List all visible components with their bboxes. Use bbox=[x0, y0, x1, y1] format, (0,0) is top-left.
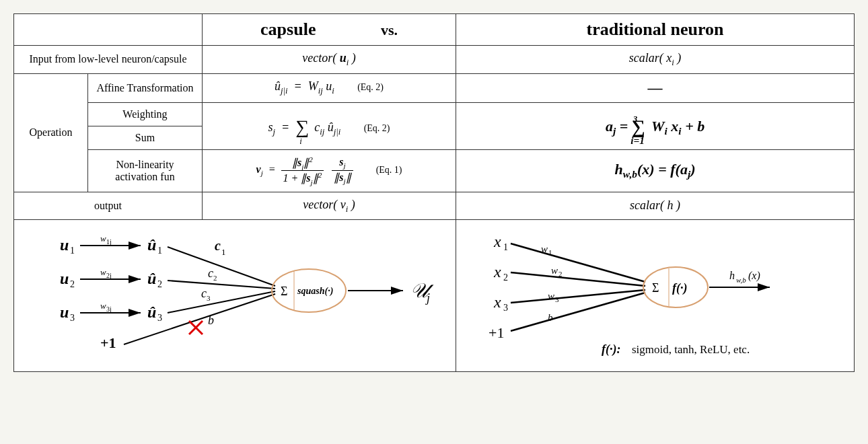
svg-text:x: x bbox=[493, 233, 501, 250]
header-row: capsule vs. traditional neuron bbox=[14, 14, 855, 46]
f-note-prefix: f(·): bbox=[602, 342, 620, 357]
svg-text:w: w bbox=[100, 301, 106, 311]
diagram-row: u1 u2 u3 +1 w1j w2j w3j û1 û2 û3 c1 c2 c… bbox=[14, 220, 855, 372]
red-x-icon bbox=[189, 321, 203, 334]
svg-line-53 bbox=[511, 272, 645, 286]
svg-text:2: 2 bbox=[213, 274, 217, 282]
comparison-table: capsule vs. traditional neuron Input fro… bbox=[13, 13, 855, 372]
svg-text:u: u bbox=[60, 303, 69, 321]
header-capsule: capsule vs. bbox=[203, 14, 456, 46]
header-neuron-text: traditional neuron bbox=[587, 20, 724, 39]
output-row: output vector( vi ) scalar( h ) bbox=[14, 192, 855, 220]
svg-text:1: 1 bbox=[221, 247, 226, 257]
svg-text:j: j bbox=[425, 291, 430, 305]
input-label: Input from low-level neuron/capsule bbox=[14, 46, 203, 74]
svg-text:x: x bbox=[493, 293, 501, 311]
svg-line-54 bbox=[511, 290, 645, 303]
header-blank bbox=[14, 14, 203, 46]
input-row: Input from low-level neuron/capsule vect… bbox=[14, 46, 855, 74]
affine-eqnum: (Eq. 2) bbox=[357, 82, 384, 92]
svg-text:3: 3 bbox=[207, 294, 211, 302]
svg-text:û: û bbox=[147, 270, 156, 287]
svg-text:c: c bbox=[201, 287, 207, 300]
neuron-diagram-cell: x1 x2 x3 +1 w1 w2 w3 b Σ f(·) h w,b ( bbox=[456, 220, 855, 372]
svg-text:w: w bbox=[100, 233, 106, 244]
svg-text:3: 3 bbox=[157, 313, 162, 323]
svg-text:squash(·): squash(·) bbox=[297, 286, 333, 297]
svg-text:Σ: Σ bbox=[281, 285, 287, 298]
svg-line-28 bbox=[168, 281, 275, 289]
nonlin-eqnum: (Eq. 1) bbox=[376, 165, 402, 175]
nonlin-capsule: vj = ‖sj‖2 1 + ‖sj‖2 sj ‖sj‖ (Eq. 1) bbox=[203, 149, 456, 192]
svg-text:+1: +1 bbox=[489, 324, 504, 341]
header-neuron: traditional neuron bbox=[456, 14, 855, 46]
header-vs: vs. bbox=[381, 22, 398, 38]
svg-text:2: 2 bbox=[70, 279, 75, 289]
input-capsule: vector( ui ) bbox=[203, 46, 456, 74]
svg-text:+1: +1 bbox=[100, 334, 116, 351]
svg-line-29 bbox=[168, 291, 275, 313]
svg-text:1j: 1j bbox=[106, 238, 112, 246]
svg-text:3: 3 bbox=[555, 295, 559, 303]
output-neuron: scalar( h ) bbox=[456, 192, 855, 220]
affine-capsule: ûj|i = Wij ui (Eq. 2) bbox=[203, 73, 456, 102]
svg-text:3: 3 bbox=[70, 313, 75, 323]
operation-label: Operation bbox=[14, 73, 88, 192]
svg-text:x: x bbox=[493, 263, 501, 281]
nonlin-label: Non-linearity activation fun bbox=[88, 149, 203, 192]
svg-text:2: 2 bbox=[503, 272, 508, 283]
affine-row: Operation Affine Transformation ûj|i = W… bbox=[14, 73, 855, 102]
f-note: sigmoid, tanh, ReLU, etc. bbox=[632, 343, 750, 356]
svg-line-30 bbox=[124, 294, 275, 344]
svg-text:w,b: w,b bbox=[736, 276, 746, 284]
affine-label: Affine Transformation bbox=[88, 73, 203, 102]
weighting-label: Weighting bbox=[88, 102, 203, 126]
svg-text:w: w bbox=[100, 267, 106, 277]
svg-text:c: c bbox=[215, 238, 221, 253]
svg-line-52 bbox=[511, 244, 645, 282]
output-label: output bbox=[14, 192, 203, 220]
weighting-neuron: aj = ∑3i=1Wi xi + b bbox=[456, 102, 855, 149]
svg-text:u: u bbox=[60, 270, 69, 287]
svg-text:w: w bbox=[551, 265, 558, 276]
weighting-capsule: sj = ∑i cij ûj|i (Eq. 2) bbox=[203, 102, 456, 149]
affine-neuron: — bbox=[456, 73, 855, 102]
nonlin-neuron: hw,b(x) = f(aj) bbox=[456, 149, 855, 192]
capsule-diagram: u1 u2 u3 +1 w1j w2j w3j û1 û2 û3 c1 c2 c… bbox=[26, 227, 443, 361]
svg-text:1: 1 bbox=[70, 246, 75, 256]
svg-text:Σ: Σ bbox=[652, 281, 659, 295]
nonlin-row: Non-linearity activation fun vj = ‖sj‖2 … bbox=[14, 149, 855, 192]
svg-text:1: 1 bbox=[503, 242, 508, 252]
output-capsule: vector( vi ) bbox=[203, 192, 456, 220]
svg-text:1: 1 bbox=[157, 246, 162, 256]
capsule-output-label: 𝒰 bbox=[410, 279, 434, 301]
header-capsule-text: capsule bbox=[260, 20, 316, 39]
u1-label: u bbox=[60, 236, 69, 254]
neuron-diagram: x1 x2 x3 +1 w1 w2 w3 b Σ f(·) h w,b ( bbox=[474, 227, 837, 361]
input-neuron: scalar( xi ) bbox=[456, 46, 855, 74]
svg-text:2j: 2j bbox=[106, 272, 112, 279]
svg-text:c: c bbox=[208, 266, 213, 280]
sum-label: Sum bbox=[88, 126, 203, 149]
capsule-diagram-cell: u1 u2 u3 +1 w1j w2j w3j û1 û2 û3 c1 c2 c… bbox=[14, 220, 456, 372]
svg-text:f(·): f(·) bbox=[672, 281, 687, 295]
svg-text:û: û bbox=[147, 303, 156, 321]
neuron-output-label: h bbox=[729, 270, 735, 281]
svg-text:b: b bbox=[548, 312, 553, 323]
svg-text:(x): (x) bbox=[748, 270, 760, 282]
svg-text:û: û bbox=[147, 236, 156, 254]
svg-line-55 bbox=[511, 293, 645, 331]
weighting-row: Weighting sj = ∑i cij ûj|i (Eq. 2) aj = … bbox=[14, 102, 855, 126]
svg-text:3: 3 bbox=[503, 303, 508, 313]
weighting-eqnum: (Eq. 2) bbox=[364, 123, 390, 133]
svg-text:2: 2 bbox=[157, 279, 162, 289]
svg-text:3j: 3j bbox=[106, 305, 112, 313]
